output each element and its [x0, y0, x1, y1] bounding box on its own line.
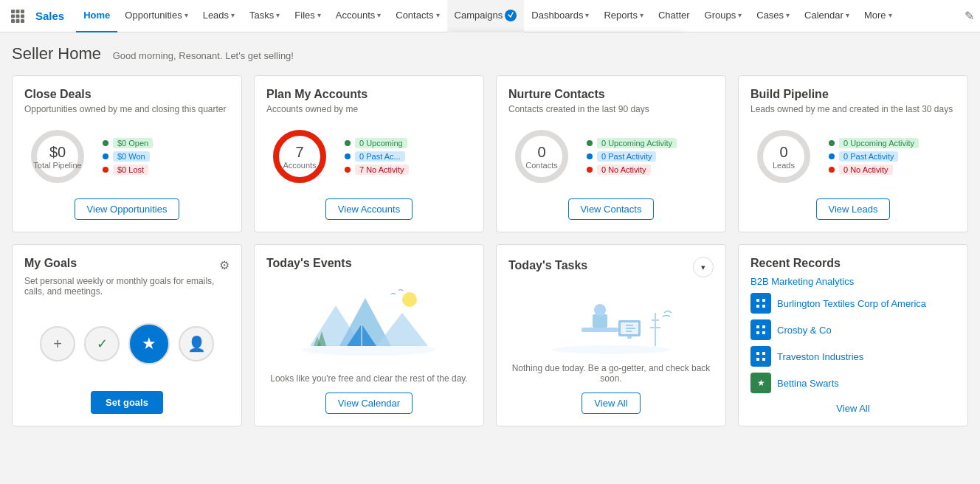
close-deals-footer: View Opportunities [24, 198, 230, 220]
record-list: B2B Marketing Analytics Burlington Texti… [750, 276, 956, 397]
page-subtitle: Good morning, Resonant. Let's get sellin… [113, 50, 294, 61]
build-pipeline-value: 0 Leads [773, 144, 795, 170]
svg-rect-38 [756, 305, 759, 308]
stat-won: $0 Won [103, 151, 230, 162]
recent-records-card: Recent Records B2B Marketing Analytics B… [738, 244, 968, 426]
events-message: Looks like you're free and clear the res… [266, 373, 472, 384]
chevron-down-icon: ▾ [276, 11, 280, 19]
nav-groups[interactable]: Groups▾ [697, 0, 750, 32]
dot-green [345, 140, 351, 146]
view-all-tasks-button[interactable]: View All [582, 393, 640, 414]
chevron-down-icon: ▾ [846, 11, 849, 19]
nav-tasks[interactable]: Tasks▾ [242, 0, 287, 32]
nav-reports[interactable]: Reports▾ [596, 0, 651, 32]
gear-icon[interactable]: ⚙ [219, 258, 230, 272]
record-link-b2b[interactable]: B2B Marketing Analytics [750, 276, 854, 287]
nav-contacts[interactable]: Contacts▾ [388, 0, 446, 32]
goals-add-avatar: + [40, 326, 75, 362]
close-deals-subtitle: Opportunities owned by me and closing th… [24, 104, 230, 114]
badge-upcoming-contacts: 0 Upcoming Activity [597, 138, 677, 148]
badge-no-activity: 7 No Activity [355, 165, 409, 175]
nav-cases[interactable]: Cases▾ [749, 0, 797, 32]
dot-green [829, 140, 835, 146]
build-pipeline-stats-list: 0 Upcoming Activity 0 Past Activity 0 No… [829, 138, 956, 175]
tasks-footer: View All [508, 393, 714, 414]
record-link-traveston[interactable]: Traveston Industries [777, 351, 863, 362]
plan-accounts-value: 7 Accounts [283, 144, 316, 170]
close-deals-card: Close Deals Opportunities owned by me an… [12, 75, 242, 232]
page-title: Seller Home [12, 44, 101, 63]
badge-no-activity-contacts: 0 No Activity [597, 165, 651, 175]
nav-dashboards[interactable]: Dashboards▾ [524, 0, 596, 32]
chevron-down-icon: ▾ [436, 11, 440, 19]
svg-rect-6 [11, 19, 15, 23]
nav-calendar[interactable]: Calendar▾ [797, 0, 857, 32]
app-name: Sales [35, 10, 64, 22]
events-title: Today's Events [266, 257, 472, 270]
stat-no-activity-leads: 0 No Activity [829, 165, 956, 175]
tasks-title: Today's Tasks [508, 259, 587, 272]
stat-upcoming: 0 Upcoming [345, 138, 472, 148]
dot-red [103, 167, 108, 173]
svg-rect-36 [756, 299, 759, 302]
top-nav: Sales Home Opportunities▾ Leads▾ Tasks▾ … [0, 0, 980, 32]
svg-rect-46 [756, 358, 759, 361]
contacts-stats-list: 0 Upcoming Activity 0 Past Activity 0 No… [587, 138, 714, 175]
view-leads-button[interactable]: View Leads [816, 198, 891, 220]
nav-campaigns[interactable]: Campaigns ✚ New Campaign Recent records … [447, 0, 525, 32]
todays-tasks-card: Today's Tasks ▾ [496, 244, 726, 426]
svg-rect-41 [762, 325, 765, 328]
app-launcher-icon[interactable] [6, 4, 30, 28]
view-opportunities-button[interactable]: View Opportunities [75, 198, 180, 220]
nav-more[interactable]: More▾ [857, 0, 900, 32]
view-all-records-link[interactable]: View All [750, 403, 956, 414]
stat-past: 0 Past Ac... [345, 151, 472, 162]
view-calendar-button[interactable]: View Calendar [325, 393, 413, 414]
stat-past-leads: 0 Past Activity [829, 151, 956, 162]
stat-past-contacts: 0 Past Activity [587, 151, 714, 162]
chevron-down-icon: ▾ [184, 11, 188, 19]
badge-won: $0 Won [113, 151, 150, 162]
dot-blue [587, 153, 593, 159]
nav-accounts[interactable]: Accounts▾ [328, 0, 388, 32]
svg-rect-39 [762, 305, 765, 308]
badge-lost: $0 Lost [113, 165, 148, 175]
nav-files[interactable]: Files▾ [287, 0, 328, 32]
close-deals-title: Close Deals [24, 88, 230, 101]
goals-illustration: + ✓ ★ 👤 [24, 305, 230, 382]
my-goals-card: My Goals ⚙ Set personal weekly or monthl… [12, 244, 242, 426]
recent-records-title: Recent Records [750, 257, 956, 270]
svg-rect-45 [762, 352, 765, 355]
chevron-down-icon: ▾ [585, 11, 589, 19]
svg-rect-44 [756, 352, 759, 355]
plan-accounts-stats-list: 0 Upcoming 0 Past Ac... 7 No Activity [345, 138, 472, 175]
nav-home[interactable]: Home [76, 0, 117, 32]
events-footer: View Calendar [266, 393, 472, 414]
badge-past-leads: 0 Past Activity [839, 151, 898, 162]
record-link-crosby[interactable]: Crosby & Co [777, 325, 832, 336]
svg-rect-42 [756, 331, 759, 334]
chevron-down-icon: ▾ [317, 11, 321, 19]
contacts-value: 0 Contacts [525, 144, 557, 170]
svg-rect-8 [21, 19, 24, 23]
tasks-message: Nothing due today. Be a go-getter, and c… [508, 363, 714, 384]
svg-rect-0 [11, 10, 15, 13]
plan-accounts-subtitle: Accounts owned by me [266, 104, 472, 114]
plan-accounts-title: Plan My Accounts [266, 88, 472, 101]
edit-icon[interactable]: ✎ [965, 9, 974, 23]
svg-rect-7 [16, 19, 20, 23]
nav-leads[interactable]: Leads▾ [196, 0, 242, 32]
view-contacts-button[interactable]: View Contacts [568, 198, 655, 220]
record-link-bettina[interactable]: Bettina Swarts [777, 378, 839, 389]
chevron-down-icon: ▾ [640, 11, 643, 19]
nav-chatter[interactable]: Chatter [651, 0, 697, 32]
nav-opportunities[interactable]: Opportunities▾ [117, 0, 195, 32]
goals-avatars: + ✓ ★ 👤 [40, 323, 214, 364]
set-goals-button[interactable]: Set goals [91, 391, 163, 414]
view-accounts-button[interactable]: View Accounts [325, 198, 413, 220]
tasks-dropdown-button[interactable]: ▾ [693, 257, 714, 277]
record-link-burlington[interactable]: Burlington Textiles Corp of America [777, 298, 926, 309]
svg-rect-37 [762, 299, 765, 302]
stat-no-activity-contacts: 0 No Activity [587, 165, 714, 175]
goals-subtitle: Set personal weekly or monthly goals for… [24, 276, 230, 297]
